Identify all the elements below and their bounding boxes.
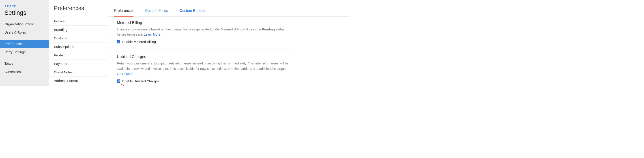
- checkmark-icon: [118, 80, 120, 82]
- tabs: Preferences Custom Fields Custom Buttons: [108, 0, 350, 16]
- subnav-item-invoice[interactable]: Invoice: [49, 17, 108, 26]
- tab-custom-buttons[interactable]: Custom Buttons: [180, 6, 205, 16]
- content: Metered Billing Invoice your customers b…: [108, 16, 350, 86]
- unbilled-charges-title: Unbilled Charges: [117, 54, 292, 59]
- subnav-item-product[interactable]: Product: [49, 51, 108, 60]
- checkmark-icon: [118, 41, 120, 43]
- back-label: BACK: [7, 4, 16, 8]
- unbilled-checkbox-row: Enable Unbilled Charges: [117, 79, 292, 83]
- settings-title: Settings: [0, 10, 49, 20]
- enable-metered-billing-label: Enable Metered Billing: [122, 40, 156, 44]
- subnav-item-payment[interactable]: Payment: [49, 60, 108, 68]
- preferences-subnav-title: Preferences: [49, 0, 108, 17]
- sidebar-item-retry-settings[interactable]: Retry Settings: [0, 48, 49, 56]
- unbilled-learn-more-link[interactable]: Learn More: [117, 72, 134, 76]
- chevron-left-icon: [4, 5, 7, 8]
- metered-checkbox-row: Enable Metered Billing: [117, 40, 292, 44]
- sidebar-item-currencies[interactable]: Currencies: [0, 68, 49, 76]
- metered-billing-description: Invoice your customers based on their us…: [117, 27, 292, 37]
- unbilled-charges-section: Unbilled Charges Retain your customers' …: [117, 54, 292, 86]
- tab-custom-fields[interactable]: Custom Fields: [145, 6, 168, 16]
- subnav-item-subscriptions[interactable]: Subscriptions: [49, 42, 108, 51]
- enable-metered-billing-checkbox[interactable]: [117, 40, 120, 44]
- unbilled-desc-text: Retain your customers' subscription rela…: [117, 62, 288, 70]
- subnav-item-customer[interactable]: Customer: [49, 34, 108, 42]
- subnav-item-address-format[interactable]: Address Format: [49, 76, 108, 85]
- main-content: Preferences Custom Fields Custom Buttons…: [108, 0, 350, 86]
- sidebar-item-organization-profile[interactable]: Organization Profile: [0, 20, 49, 28]
- settings-sidebar: BACK Settings Organization Profile Users…: [0, 0, 49, 86]
- metered-desc-pending: Pending: [262, 28, 275, 31]
- enable-unbilled-charges-label: Enable Unbilled Charges: [122, 79, 160, 83]
- sidebar-item-users-roles[interactable]: Users & Roles: [0, 28, 49, 36]
- tab-preferences[interactable]: Preferences: [114, 6, 134, 16]
- back-link[interactable]: BACK: [0, 4, 49, 10]
- metered-billing-title: Metered Billing: [117, 20, 292, 25]
- unbilled-charges-description: Retain your customers' subscription rela…: [117, 61, 292, 76]
- enable-unbilled-charges-checkbox[interactable]: [117, 80, 120, 83]
- sidebar-item-preferences[interactable]: Preferences: [0, 40, 49, 48]
- annotation-arrow-icon: [120, 83, 130, 86]
- metered-desc-text-a: Invoice your customers based on their us…: [117, 28, 262, 31]
- preferences-subnav: Preferences Invoice Branding Customer Su…: [49, 0, 108, 86]
- subnav-item-branding[interactable]: Branding: [49, 26, 108, 34]
- metered-billing-section: Metered Billing Invoice your customers b…: [117, 20, 292, 49]
- subnav-item-credit-notes[interactable]: Credit Notes: [49, 68, 108, 76]
- sidebar-item-taxes[interactable]: Taxes: [0, 59, 49, 68]
- metered-learn-more-link[interactable]: Learn More: [144, 33, 160, 36]
